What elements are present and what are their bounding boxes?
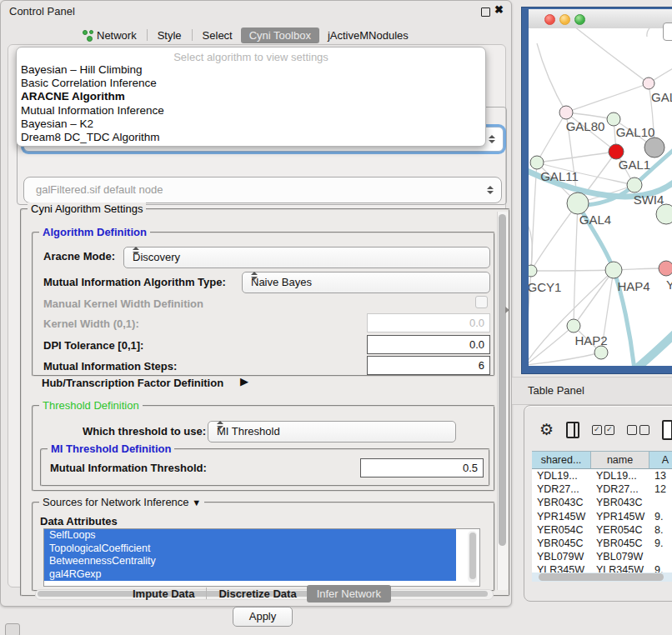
network-edge[interactable] xyxy=(529,217,532,271)
tab-discretize-data[interactable]: Discretize Data xyxy=(208,585,306,602)
mi-steps-field[interactable]: 6 xyxy=(367,356,490,375)
table-row[interactable]: YER054CYER054C8. xyxy=(532,523,672,537)
network-node[interactable] xyxy=(530,156,544,169)
table-row[interactable]: YBR043CYBR043C xyxy=(532,496,672,509)
tab-impute-data[interactable]: Impute Data xyxy=(123,585,204,602)
network-select-combo[interactable]: galFiltered.sif default node xyxy=(23,177,502,203)
table-cell[interactable]: YLR345W xyxy=(532,563,591,572)
table-cell[interactable] xyxy=(649,550,672,563)
table-cell[interactable]: YBR043C xyxy=(591,496,649,509)
network-node[interactable] xyxy=(559,106,573,119)
gear-icon[interactable]: ⚙ xyxy=(539,422,554,438)
tab-style[interactable]: Style xyxy=(149,28,190,43)
table-row[interactable]: YLR345WYLR345W9. xyxy=(532,563,672,572)
dropdown-item[interactable]: Mutual Information Inference xyxy=(17,104,485,118)
tab-jactivemnodules[interactable]: jActiveMNodules xyxy=(319,28,417,43)
splitter-arrow-icon[interactable] xyxy=(505,307,509,313)
column-header-partial[interactable]: A xyxy=(649,451,672,469)
attribute-list-item[interactable]: SelfLoops xyxy=(44,529,456,542)
attr-scrollbar-thumb[interactable] xyxy=(469,532,476,579)
table-row[interactable]: YBL079WYBL079W xyxy=(532,550,672,563)
tab-select[interactable]: Select xyxy=(194,28,241,43)
attr-list-scrollbar[interactable] xyxy=(468,531,477,582)
network-edge[interactable] xyxy=(566,83,649,112)
attribute-list-item[interactable]: BetweennessCentrality xyxy=(44,555,456,568)
dropdown-item[interactable]: ARACNE Algorithm xyxy=(17,90,485,103)
network-node[interactable] xyxy=(594,346,608,359)
mi-type-combo[interactable]: Naive Bayes xyxy=(242,272,490,293)
table-cell[interactable]: YDR27... xyxy=(532,482,591,496)
network-edge[interactable] xyxy=(574,270,614,326)
network-edge[interactable] xyxy=(537,112,566,162)
manual-kernel-checkbox[interactable] xyxy=(475,296,488,308)
settings-vertical-scrollbar[interactable] xyxy=(497,212,508,590)
table-cell[interactable]: YPR145W xyxy=(591,510,649,523)
settings-vscroll-thumb[interactable] xyxy=(499,214,506,546)
node-table[interactable]: shared... name A YDL19...YDL19...13YDR27… xyxy=(532,451,672,572)
network-edge[interactable] xyxy=(537,43,566,112)
mi-threshold-field[interactable]: 0.5 xyxy=(360,458,484,478)
table-cell[interactable]: 12 xyxy=(649,482,672,496)
deselect-all-icon[interactable] xyxy=(627,425,649,435)
dropdown-item[interactable]: Basic Correlation Inference xyxy=(17,77,485,90)
network-node[interactable] xyxy=(656,204,672,224)
network-edge[interactable] xyxy=(537,152,616,162)
table-cell[interactable]: YBR045C xyxy=(532,537,591,550)
network-node[interactable] xyxy=(567,192,589,214)
column-header-name[interactable]: name xyxy=(591,451,649,469)
hub-definition-toggle[interactable]: Hub/Transcription Factor Definition xyxy=(42,377,223,389)
table-cell[interactable]: YER054C xyxy=(591,523,649,537)
table-cell[interactable]: YDL19... xyxy=(532,469,591,482)
network-window-titlebar[interactable] xyxy=(529,9,672,29)
tab-network[interactable]: Network xyxy=(74,28,145,43)
dpi-tolerance-field[interactable]: 0.0 xyxy=(367,335,490,354)
kernel-width-field[interactable]: 0.0 xyxy=(367,313,490,332)
table-cell[interactable]: 9. xyxy=(649,563,672,572)
table-hscroll-thumb[interactable] xyxy=(539,573,664,581)
select-all-icon[interactable]: ✓✓ xyxy=(592,425,614,435)
network-node[interactable] xyxy=(605,262,622,278)
table-cell[interactable]: 8. xyxy=(649,523,672,537)
table-cell[interactable]: YBR043C xyxy=(532,496,591,509)
data-attributes-list[interactable]: SelfLoopsTopologicalCoefficientBetweenne… xyxy=(43,528,480,587)
table-cell[interactable]: YBL079W xyxy=(532,550,591,563)
table-horizontal-scrollbar[interactable] xyxy=(532,572,672,582)
network-overlay-toolbox[interactable] xyxy=(663,22,672,41)
table-row[interactable]: YBR045CYBR045C9. xyxy=(532,537,672,550)
network-node[interactable] xyxy=(643,78,654,89)
float-icon[interactable] xyxy=(481,8,490,17)
network-edge[interactable] xyxy=(531,203,578,271)
table-cell[interactable]: 9. xyxy=(649,537,672,550)
network-node[interactable] xyxy=(567,319,580,332)
table-cell[interactable]: YDL19... xyxy=(591,469,649,482)
table-row[interactable]: YPR145WYPR145W9. xyxy=(532,510,672,523)
chevron-down-icon[interactable]: ▼ xyxy=(192,498,201,508)
network-edge-highlighted[interactable] xyxy=(630,330,672,366)
table-cell[interactable]: YBR045C xyxy=(591,537,649,550)
table-cell[interactable]: YLR345W xyxy=(591,563,649,572)
tab-cyni-toolbox[interactable]: Cyni Toolbox xyxy=(241,28,319,43)
attribute-list-item[interactable]: TopologicalCoefficient xyxy=(44,542,456,556)
close-traffic-light-icon[interactable] xyxy=(544,14,555,25)
minimize-traffic-light-icon[interactable] xyxy=(559,14,570,25)
column-view-icon[interactable] xyxy=(566,422,579,438)
table-cell[interactable]: 9. xyxy=(649,510,672,523)
tab-infer-network[interactable]: Infer Network xyxy=(307,585,391,602)
network-node[interactable] xyxy=(607,112,620,126)
dropdown-item[interactable]: Bayesian – K2 xyxy=(17,118,485,131)
close-icon[interactable]: ✖ xyxy=(494,3,504,16)
dropdown-item[interactable]: Dream8 DC_TDC Algorithm xyxy=(17,131,485,144)
minimized-panel-icon[interactable] xyxy=(5,623,20,635)
attribute-list-item[interactable]: gal4RGexp xyxy=(44,568,456,582)
table-cell[interactable]: YPR145W xyxy=(532,510,591,523)
table-row[interactable]: YDR27...YDR27...12 xyxy=(532,482,672,496)
dropdown-item[interactable]: Bayesian – Hill Climbing xyxy=(17,63,485,77)
network-node[interactable] xyxy=(644,138,664,158)
network-edge[interactable] xyxy=(570,28,649,83)
network-node[interactable] xyxy=(659,261,672,276)
table-cell[interactable] xyxy=(649,496,672,509)
aracne-mode-combo[interactable]: Discovery xyxy=(123,247,490,268)
network-canvas[interactable]: GALGAL80GAL10GAL1GAL11SWI4GAL4GCY1HAP4YH… xyxy=(529,28,672,366)
network-node[interactable] xyxy=(627,178,642,192)
table-cell[interactable]: YDR27... xyxy=(591,482,649,496)
